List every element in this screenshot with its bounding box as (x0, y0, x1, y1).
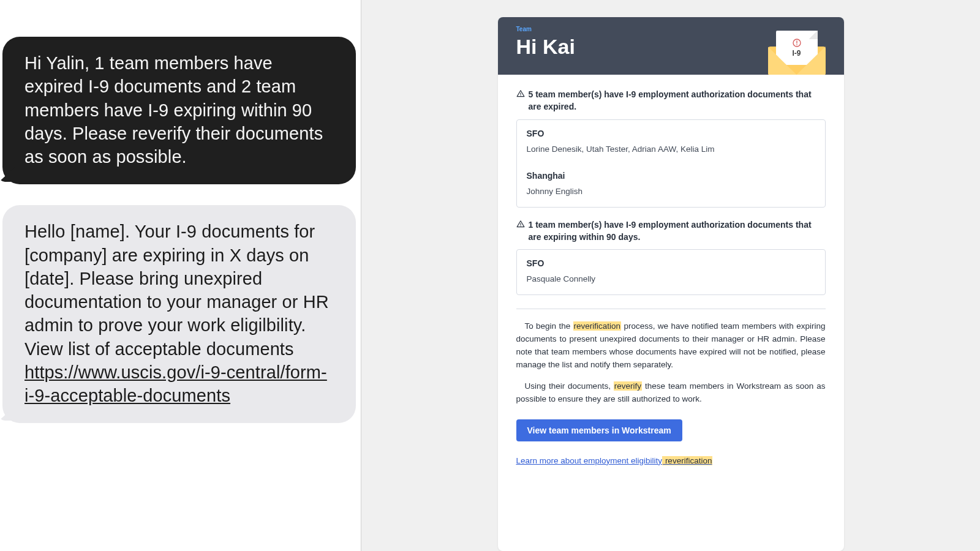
email-header: Team Hi Kai I-9 (498, 17, 844, 75)
expiring-alert-headline: 1 team member(s) have I-9 employment aut… (516, 219, 826, 244)
location-members: Johnny English (527, 187, 815, 196)
sms-employee-text: Hello [name]. Your I-9 documents for [co… (24, 222, 329, 358)
location-members: Lorine Denesik, Utah Tester, Adrian AAW,… (527, 144, 815, 154)
location-name: SFO (527, 258, 815, 268)
location-name: SFO (527, 129, 815, 138)
envelope-i9-label: I-9 (792, 49, 801, 58)
alert-circle-icon (792, 38, 802, 48)
sms-acceptable-docs-link[interactable]: https://www.uscis.gov/i-9-central/form-i… (24, 362, 327, 405)
highlight-reverification-link: reverification (662, 456, 712, 465)
warning-icon (516, 89, 525, 98)
expired-locations-box: SFO Lorine Denesik, Utah Tester, Adrian … (516, 119, 826, 208)
highlight-reverification: reverification (573, 321, 622, 331)
expiring-headline-text: 1 team member(s) have I-9 employment aut… (529, 219, 826, 244)
warning-icon (516, 220, 525, 228)
email-preview-column: Team Hi Kai I-9 5 team member(s) have I-… (361, 0, 980, 551)
sms-bubble-employee: Hello [name]. Your I-9 documents for [co… (2, 205, 356, 423)
location-name: Shanghai (527, 171, 815, 181)
section-divider (516, 309, 826, 309)
email-card: Team Hi Kai I-9 5 team member(s) have I-… (498, 17, 844, 551)
highlight-reverify: reverify (614, 381, 642, 391)
instructions-para-2: Using their documents, reverify these te… (516, 380, 826, 406)
email-body: 5 team member(s) have I-9 employment aut… (498, 75, 844, 484)
learn-more-link[interactable]: Learn more about employment eligibility … (516, 456, 713, 465)
sms-preview-column: Hi Yalin, 1 team members have expired I-… (0, 0, 361, 551)
view-team-members-button[interactable]: View team members in Workstream (516, 419, 682, 441)
svg-point-4 (520, 95, 521, 96)
sms-admin-text: Hi Yalin, 1 team members have expired I-… (24, 53, 323, 167)
expired-alert-headline: 5 team member(s) have I-9 employment aut… (516, 88, 826, 113)
instructions-para-1: To begin the reverification process, we … (516, 320, 826, 372)
svg-point-6 (520, 225, 521, 226)
expired-headline-text: 5 team member(s) have I-9 employment aut… (529, 88, 826, 113)
svg-point-2 (796, 44, 797, 45)
location-members: Pasquale Connelly (527, 274, 815, 283)
i9-envelope-graphic: I-9 (768, 31, 826, 75)
sms-bubble-admin: Hi Yalin, 1 team members have expired I-… (2, 37, 356, 184)
expiring-locations-box: SFO Pasquale Connelly (516, 249, 826, 295)
